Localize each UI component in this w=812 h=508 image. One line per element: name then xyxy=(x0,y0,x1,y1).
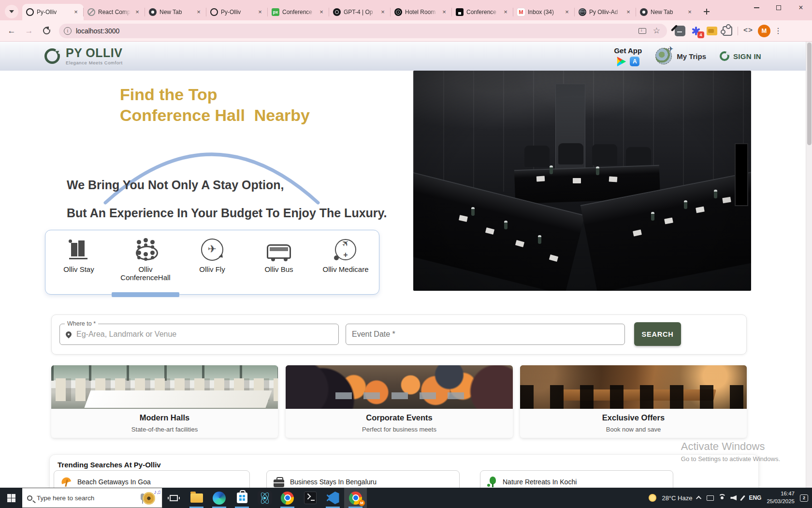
pen-tray-icon[interactable] xyxy=(740,495,746,501)
brand-tagline: Elegance Meets Comfort xyxy=(66,60,123,65)
react-app-button[interactable] xyxy=(253,488,276,508)
extensions-puzzle-icon[interactable] xyxy=(723,26,732,36)
weather-label[interactable]: 28°C Haze xyxy=(662,494,692,502)
tab-close-icon[interactable] xyxy=(72,8,80,16)
openai-favicon xyxy=(333,8,341,16)
file-explorer-button[interactable] xyxy=(185,488,208,508)
tab-close-icon[interactable] xyxy=(563,8,571,16)
service-olliv-bus[interactable]: Olliv Bus xyxy=(247,237,311,273)
notification-center-icon[interactable]: 2 xyxy=(800,494,808,502)
trending-item-goa[interactable]: Beach Getaways In Goa xyxy=(54,470,250,488)
tab-close-icon[interactable] xyxy=(502,8,509,16)
browser-tab-newtab-2[interactable]: New Tab xyxy=(636,4,697,20)
search-highlight-art: ♪♫ xyxy=(129,491,159,506)
service-olliv-stay[interactable]: Olliv Stay xyxy=(47,237,111,273)
my-trips-link[interactable]: My Trips xyxy=(655,48,706,64)
feature-card-exclusive-offers[interactable]: Exclusive Offers Book now and save xyxy=(520,365,747,438)
arc-swoosh xyxy=(102,135,321,208)
tab-close-icon[interactable] xyxy=(318,8,325,16)
tab-close-icon[interactable] xyxy=(624,8,632,16)
tab-close-icon[interactable] xyxy=(686,8,694,16)
trending-label: Business Stays In Bengaluru xyxy=(290,478,377,486)
edge-button[interactable] xyxy=(208,488,231,508)
tab-close-icon[interactable] xyxy=(195,8,203,16)
tab-close-icon[interactable] xyxy=(256,8,264,16)
tab-close-icon[interactable] xyxy=(379,8,387,16)
profile-avatar[interactable]: M xyxy=(758,25,770,37)
window-close-button[interactable]: × xyxy=(790,0,812,15)
taskbar-search[interactable]: Type here to search ♪♫ xyxy=(22,488,162,508)
card-subtitle: Book now and save xyxy=(520,426,747,433)
microsoft-store-button[interactable] xyxy=(231,488,253,508)
browser-tab-inbox[interactable]: Inbox (34) xyxy=(513,4,575,20)
browser-tab-pyolliv-2[interactable]: Py-Olliv xyxy=(206,4,268,20)
wifi-icon[interactable] xyxy=(721,496,724,499)
browser-tab-react[interactable]: React Comp xyxy=(84,4,145,20)
browser-tab-pyolliv[interactable]: Py-Olliv xyxy=(22,4,84,20)
browser-tab-hotel[interactable]: Hotel Room xyxy=(391,4,452,20)
trending-item-bengaluru[interactable]: Business Stays In Bengaluru xyxy=(266,470,460,488)
feature-card-corporate-events[interactable]: Corporate Events Perfect for business me… xyxy=(286,365,513,438)
event-date-input[interactable] xyxy=(352,330,619,339)
watermark-line1: Activate Windows xyxy=(681,440,780,453)
start-button[interactable] xyxy=(0,488,22,508)
install-app-icon[interactable] xyxy=(638,28,646,34)
google-play-icon[interactable] xyxy=(616,57,626,66)
forward-button[interactable]: → xyxy=(21,23,37,39)
chrome-button[interactable] xyxy=(276,488,299,508)
tab-close-icon[interactable] xyxy=(440,8,448,16)
service-olliv-medicare[interactable]: Olliv Medicare xyxy=(314,237,377,273)
address-bar[interactable]: localhost:3000 ☆ xyxy=(59,24,667,38)
event-date-field[interactable] xyxy=(346,324,625,345)
trending-item-kochi[interactable]: Nature Retreats In Kochi xyxy=(480,470,673,488)
new-tab-button[interactable] xyxy=(700,5,713,18)
dark-circle-favicon xyxy=(149,8,157,16)
card-title: Modern Halls xyxy=(51,413,278,422)
speaker-icon[interactable] xyxy=(730,495,737,501)
where-to-input[interactable] xyxy=(76,330,333,339)
browser-tab-gpt4[interactable]: GPT-4 | Op xyxy=(329,4,391,20)
browser-menu-icon[interactable]: ⋮ xyxy=(772,26,786,35)
browser-tab-newtab-1[interactable]: New Tab xyxy=(145,4,206,20)
browser-tab-conference-1[interactable]: Conference xyxy=(268,4,329,20)
window-minimize-button[interactable] xyxy=(745,0,768,15)
clock[interactable]: 16:47 25/03/2025 xyxy=(767,490,795,505)
browser-tab-conference-2[interactable]: Conference xyxy=(452,4,513,20)
store-bag-icon xyxy=(237,493,247,503)
services-tab-bar: Olliv Stay Olliv ConferenceHall Olliv Fl… xyxy=(45,230,379,295)
tab-close-icon[interactable] xyxy=(133,8,141,16)
window-maximize-button[interactable] xyxy=(768,0,790,15)
terminal-button[interactable] xyxy=(299,488,321,508)
back-button[interactable]: ← xyxy=(4,23,19,39)
card-subtitle: Perfect for business meets xyxy=(286,426,513,433)
chrome-active-button[interactable]: M xyxy=(344,488,367,508)
gold-extension-icon[interactable] xyxy=(707,27,717,35)
tab-search-button[interactable] xyxy=(5,5,18,18)
devtools-code-icon[interactable]: <> xyxy=(743,27,753,35)
service-olliv-conferencehall[interactable]: Olliv ConferenceHall xyxy=(114,237,177,282)
bus-icon xyxy=(267,244,291,259)
weather-sun-icon xyxy=(649,494,656,502)
pen-extension-icon[interactable] xyxy=(675,26,685,36)
service-olliv-fly[interactable]: Olliv Fly xyxy=(180,237,244,273)
vscode-button[interactable] xyxy=(321,488,344,508)
feature-card-modern-halls[interactable]: Modern Halls State-of-the-art facilities xyxy=(51,365,278,438)
language-indicator[interactable]: ENG xyxy=(749,494,761,501)
task-view-button[interactable] xyxy=(162,488,185,508)
app-store-icon[interactable] xyxy=(630,57,639,66)
site-info-icon[interactable] xyxy=(64,27,72,35)
trending-label: Beach Getaways In Goa xyxy=(77,478,151,486)
burst-extension-icon[interactable]: 4 xyxy=(691,26,701,36)
sign-in-button[interactable]: SIGN IN xyxy=(720,51,761,61)
search-button[interactable]: SEARCH xyxy=(634,322,681,346)
where-to-field[interactable]: Where to * xyxy=(59,324,339,345)
tray-expand-icon[interactable] xyxy=(696,496,701,501)
brand-logo[interactable]: PY OLLIV Elegance Meets Comfort xyxy=(44,47,123,65)
card-subtitle: State-of-the-art facilities xyxy=(51,426,278,433)
scrollbar-thumb[interactable] xyxy=(807,43,812,145)
browser-tab-pyolliv-admin[interactable]: Py Olliv-Ad xyxy=(575,4,636,20)
bookmark-star-icon[interactable]: ☆ xyxy=(653,27,660,35)
page-scrollbar[interactable] xyxy=(806,42,812,488)
monitor-tray-icon[interactable] xyxy=(707,495,714,501)
reload-button[interactable] xyxy=(39,23,54,39)
